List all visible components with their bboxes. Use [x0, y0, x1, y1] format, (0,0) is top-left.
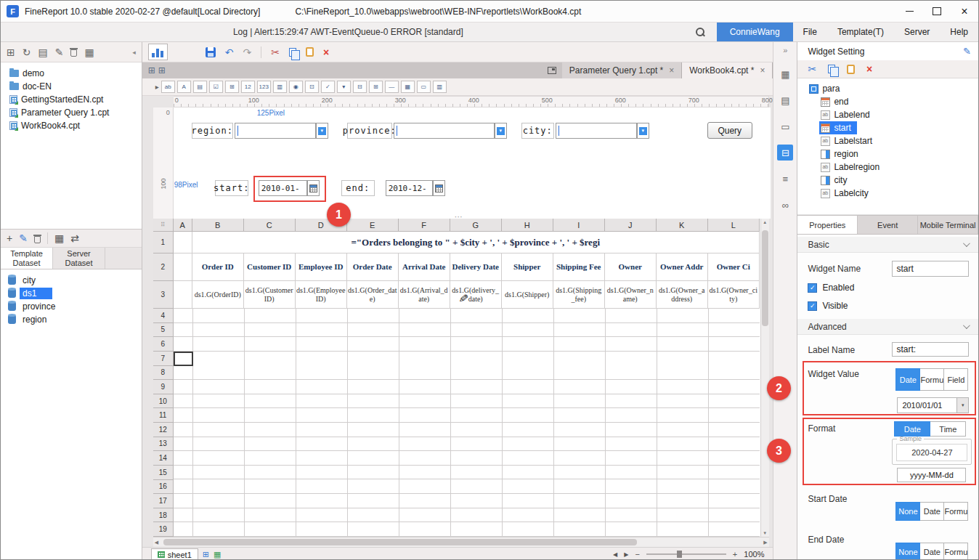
row-header[interactable]: 13: [153, 437, 174, 452]
copy-icon[interactable]: [289, 48, 296, 57]
city-input[interactable]: [556, 123, 637, 139]
grid-view-icon[interactable]: ⊞: [148, 65, 155, 76]
row-header[interactable]: 15: [153, 466, 174, 480]
start-label-widget[interactable]: start:: [215, 180, 248, 196]
data-binding-cell[interactable]: ds1.G(Owner_city): [708, 281, 760, 309]
delete-file-icon[interactable]: [70, 49, 77, 57]
parameter-pane-canvas[interactable]: 125Pixel region: province: city: Query 9…: [174, 107, 771, 219]
widget-toolbar-icon[interactable]: ▥: [433, 81, 447, 93]
file-tree-item[interactable]: doc-EN: [1, 80, 142, 93]
end-date-option-button[interactable]: Date: [919, 543, 944, 559]
paste-icon[interactable]: [306, 47, 314, 57]
copy-icon[interactable]: [828, 65, 835, 73]
menu-item[interactable]: Server: [894, 23, 940, 41]
widget-toolbar-icon[interactable]: ⊞: [369, 81, 383, 93]
widget-toolbar-icon[interactable]: ⊟: [353, 81, 367, 93]
widget-tree-item[interactable]: Labelend: [819, 108, 875, 121]
row-header[interactable]: 8: [153, 366, 174, 381]
basic-section-header[interactable]: Basic: [797, 237, 978, 253]
widget-value-type-button[interactable]: Formu: [919, 368, 944, 391]
zoom-percentage[interactable]: 100%: [744, 550, 764, 559]
delete-icon[interactable]: ×: [323, 47, 329, 57]
row-header[interactable]: 10: [153, 394, 174, 409]
widget-toolbar-icon[interactable]: 12: [241, 81, 255, 93]
widget-tree-root[interactable]: para: [797, 82, 978, 95]
row-header[interactable]: 3: [153, 281, 174, 309]
scroll-up-icon[interactable]: ▲: [761, 220, 769, 224]
start-calendar-icon[interactable]: [307, 180, 320, 196]
advanced-section-header[interactable]: Advanced: [797, 319, 978, 335]
delete-icon[interactable]: ×: [866, 64, 872, 74]
format-pattern-input[interactable]: yyyy-MM-dd: [897, 468, 966, 482]
property-tab[interactable]: Properties: [797, 216, 858, 234]
insert-grid-sheet-icon[interactable]: ⊞: [203, 550, 209, 559]
maximize-icon[interactable]: [923, 1, 951, 22]
widget-toolbar-icon[interactable]: ▥: [273, 81, 287, 93]
more-widgets-icon[interactable]: ▸: [155, 83, 159, 91]
row-header[interactable]: 7: [153, 352, 174, 366]
row-header[interactable]: 1: [153, 232, 174, 253]
connection-icon[interactable]: ⇄: [70, 233, 79, 243]
visible-checkbox[interactable]: ✓: [808, 301, 817, 311]
column-title-cell[interactable]: Shipping Fee: [553, 253, 605, 281]
panel-switch-icon[interactable]: ∞: [777, 197, 793, 213]
close-icon[interactable]: [951, 1, 978, 22]
end-date-option-button[interactable]: None: [895, 543, 920, 559]
row-header[interactable]: 6: [153, 337, 174, 352]
redo-icon[interactable]: ↷: [243, 47, 251, 57]
column-title-cell[interactable]: Employee ID: [296, 253, 347, 281]
tab-template-dataset[interactable]: Template Dataset: [1, 248, 53, 269]
data-binding-cell[interactable]: ds1.G(Arrival_date): [399, 281, 450, 309]
vertical-scrollbar[interactable]: ▲ ▼: [760, 219, 769, 537]
widget-tree-item[interactable]: Labelregion: [819, 161, 885, 174]
row-header[interactable]: 2: [153, 253, 174, 281]
column-title-cell[interactable]: Delivery Date: [450, 253, 502, 281]
property-tab[interactable]: Mobile Terminal: [918, 216, 978, 234]
widget-toolbar-icon[interactable]: —: [385, 81, 399, 93]
insert-chart-sheet-icon[interactable]: ▦: [214, 550, 221, 559]
widget-tree-item[interactable]: city: [819, 174, 853, 187]
paste-icon[interactable]: [847, 65, 855, 74]
minimize-icon[interactable]: [895, 1, 923, 22]
query-button[interactable]: Query: [707, 122, 752, 139]
document-tab[interactable]: WorkBook4.cpt *: [682, 62, 773, 78]
cell-A1[interactable]: [174, 232, 192, 253]
widget-toolbar-icon[interactable]: ▾: [337, 81, 351, 93]
widget-toolbar-icon[interactable]: ☑: [209, 81, 223, 93]
document-tab[interactable]: Parameter Query 1.cpt *: [562, 62, 682, 78]
grid-view2-icon[interactable]: ⊞: [158, 65, 166, 76]
add-dataset-icon[interactable]: +: [7, 233, 12, 243]
city-label-widget[interactable]: city:: [521, 123, 554, 139]
column-header[interactable]: F: [399, 219, 450, 232]
scroll-right-icon[interactable]: ▶: [763, 540, 767, 545]
panel-switch-icon[interactable]: ≡: [777, 171, 793, 187]
cell-A2[interactable]: [174, 253, 192, 281]
column-header[interactable]: K: [657, 219, 708, 232]
column-title-cell[interactable]: Order ID: [192, 253, 244, 281]
widget-tree-item[interactable]: Labelstart: [819, 134, 878, 147]
column-header[interactable]: A: [174, 219, 192, 232]
data-binding-cell[interactable]: ds1.G(Owner_name): [605, 281, 657, 309]
collapse-panel-icon[interactable]: ◂: [132, 49, 136, 56]
file-tree-item[interactable]: Parameter Query 1.cpt: [1, 106, 142, 119]
province-dropdown-icon[interactable]: [495, 123, 507, 139]
preview-dataset-icon[interactable]: ▦: [54, 233, 64, 243]
edit-icon[interactable]: ✎: [55, 47, 64, 57]
dataset-item[interactable]: region: [1, 313, 142, 326]
data-binding-cell[interactable]: ds1.G(Order_date): [347, 281, 399, 309]
dataset-item[interactable]: city: [1, 274, 142, 287]
edit-dataset-icon[interactable]: ✎: [19, 233, 28, 243]
widget-toolbar-icon[interactable]: A: [177, 81, 191, 93]
select-all-corner[interactable]: ⠿: [153, 219, 174, 232]
province-label-widget[interactable]: province:: [347, 123, 392, 139]
widget-toolbar-icon[interactable]: ▦: [401, 81, 415, 93]
data-binding-cell[interactable]: ds1.G(OrderID): [192, 281, 244, 309]
menu-item[interactable]: Help: [940, 23, 978, 41]
city-dropdown-icon[interactable]: [637, 123, 649, 139]
column-header[interactable]: E: [347, 219, 399, 232]
combo-arrow-icon[interactable]: [956, 398, 968, 413]
edit-pencil-icon[interactable]: ✎: [963, 46, 971, 57]
column-title-cell[interactable]: Owner Addr: [657, 253, 708, 281]
scroll-left-icon[interactable]: ◀: [155, 540, 158, 545]
row-header[interactable]: 5: [153, 323, 174, 338]
